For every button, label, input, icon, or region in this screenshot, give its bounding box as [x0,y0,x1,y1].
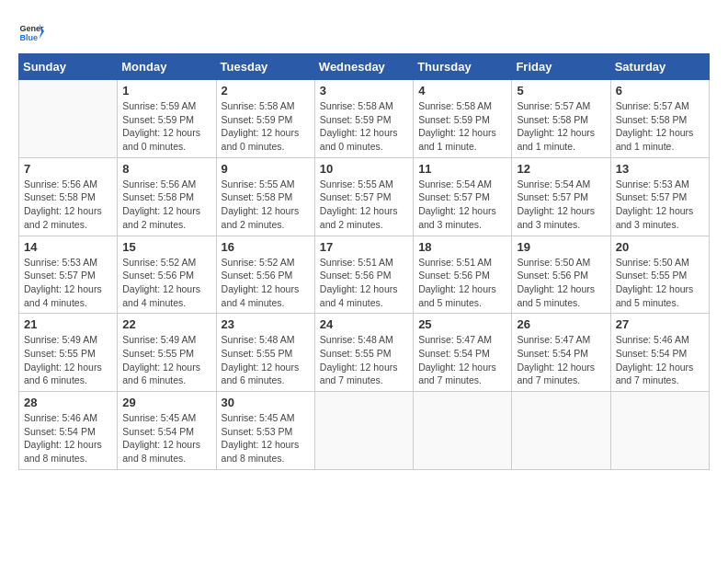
calendar-cell: 22Sunrise: 5:49 AM Sunset: 5:55 PM Dayli… [118,314,216,392]
page-header: General Blue [18,18,710,44]
day-number: 2 [222,84,310,98]
calendar-body: 1Sunrise: 5:59 AM Sunset: 5:59 PM Daylig… [19,80,710,470]
calendar-cell: 30Sunrise: 5:45 AM Sunset: 5:53 PM Dayli… [216,392,314,470]
day-number: 12 [517,162,605,176]
calendar-cell: 5Sunrise: 5:57 AM Sunset: 5:58 PM Daylig… [512,80,610,158]
logo: General Blue [18,18,48,44]
day-number: 24 [320,317,408,331]
day-info: Sunrise: 5:48 AM Sunset: 5:55 PM Dayligh… [222,333,310,387]
calendar-cell: 6Sunrise: 5:57 AM Sunset: 5:58 PM Daylig… [610,80,709,158]
day-info: Sunrise: 5:46 AM Sunset: 5:54 PM Dayligh… [24,411,112,465]
calendar-cell: 14Sunrise: 5:53 AM Sunset: 5:57 PM Dayli… [19,236,118,314]
day-number: 18 [418,240,506,254]
calendar-cell: 27Sunrise: 5:46 AM Sunset: 5:54 PM Dayli… [610,314,709,392]
day-number: 1 [122,84,210,98]
day-info: Sunrise: 5:55 AM Sunset: 5:57 PM Dayligh… [320,178,408,232]
day-number: 30 [222,396,310,409]
calendar-cell: 13Sunrise: 5:53 AM Sunset: 5:57 PM Dayli… [610,157,709,236]
calendar-cell: 23Sunrise: 5:48 AM Sunset: 5:55 PM Dayli… [216,314,314,392]
calendar-cell: 10Sunrise: 5:55 AM Sunset: 5:57 PM Dayli… [314,157,413,236]
svg-text:General: General [19,24,44,33]
day-number: 3 [320,84,408,98]
calendar-cell: 7Sunrise: 5:56 AM Sunset: 5:58 PM Daylig… [19,157,118,236]
calendar-cell [610,392,709,470]
day-info: Sunrise: 5:56 AM Sunset: 5:58 PM Dayligh… [122,178,210,232]
day-number: 19 [517,240,605,254]
day-info: Sunrise: 5:52 AM Sunset: 5:56 PM Dayligh… [122,256,210,310]
day-info: Sunrise: 5:53 AM Sunset: 5:57 PM Dayligh… [616,178,704,232]
day-info: Sunrise: 5:47 AM Sunset: 5:54 PM Dayligh… [517,333,605,387]
day-info: Sunrise: 5:58 AM Sunset: 5:59 PM Dayligh… [222,99,310,154]
day-number: 26 [517,317,605,331]
calendar-cell: 28Sunrise: 5:46 AM Sunset: 5:54 PM Dayli… [19,392,118,470]
day-info: Sunrise: 5:58 AM Sunset: 5:59 PM Dayligh… [418,99,506,154]
calendar-cell: 18Sunrise: 5:51 AM Sunset: 5:56 PM Dayli… [414,236,512,314]
day-number: 13 [616,162,704,176]
day-number: 8 [122,162,210,176]
calendar-header-row: SundayMondayTuesdayWednesdayThursdayFrid… [19,54,710,80]
day-number: 15 [122,240,210,254]
day-info: Sunrise: 5:46 AM Sunset: 5:54 PM Dayligh… [616,333,704,387]
day-info: Sunrise: 5:55 AM Sunset: 5:58 PM Dayligh… [222,178,310,232]
day-number: 7 [24,162,112,176]
calendar-table: SundayMondayTuesdayWednesdayThursdayFrid… [18,53,710,470]
day-info: Sunrise: 5:49 AM Sunset: 5:55 PM Dayligh… [24,333,112,387]
day-number: 5 [517,84,605,98]
day-number: 28 [24,396,112,409]
day-info: Sunrise: 5:50 AM Sunset: 5:56 PM Dayligh… [517,256,605,310]
calendar-header-friday: Friday [512,54,610,80]
day-info: Sunrise: 5:58 AM Sunset: 5:59 PM Dayligh… [320,99,408,154]
calendar-cell: 9Sunrise: 5:55 AM Sunset: 5:58 PM Daylig… [216,157,314,236]
day-info: Sunrise: 5:45 AM Sunset: 5:54 PM Dayligh… [122,411,210,465]
day-info: Sunrise: 5:51 AM Sunset: 5:56 PM Dayligh… [320,256,408,310]
day-info: Sunrise: 5:57 AM Sunset: 5:58 PM Dayligh… [616,99,704,154]
calendar-header-saturday: Saturday [610,54,709,80]
day-info: Sunrise: 5:52 AM Sunset: 5:56 PM Dayligh… [222,256,310,310]
calendar-week-row: 28Sunrise: 5:46 AM Sunset: 5:54 PM Dayli… [19,392,710,470]
calendar-cell: 19Sunrise: 5:50 AM Sunset: 5:56 PM Dayli… [512,236,610,314]
calendar-week-row: 1Sunrise: 5:59 AM Sunset: 5:59 PM Daylig… [19,80,710,158]
day-number: 20 [616,240,704,254]
calendar-cell: 21Sunrise: 5:49 AM Sunset: 5:55 PM Dayli… [19,314,118,392]
calendar-week-row: 21Sunrise: 5:49 AM Sunset: 5:55 PM Dayli… [19,314,710,392]
svg-text:Blue: Blue [19,33,38,42]
calendar-cell: 26Sunrise: 5:47 AM Sunset: 5:54 PM Dayli… [512,314,610,392]
calendar-cell [414,392,512,470]
day-info: Sunrise: 5:47 AM Sunset: 5:54 PM Dayligh… [418,333,506,387]
calendar-header-wednesday: Wednesday [314,54,413,80]
day-number: 6 [616,84,704,98]
day-number: 11 [418,162,506,176]
day-info: Sunrise: 5:54 AM Sunset: 5:57 PM Dayligh… [517,178,605,232]
day-number: 16 [222,240,310,254]
calendar-header-sunday: Sunday [19,54,118,80]
calendar-cell [314,392,413,470]
day-number: 23 [222,317,310,331]
calendar-cell: 24Sunrise: 5:48 AM Sunset: 5:55 PM Dayli… [314,314,413,392]
day-number: 10 [320,162,408,176]
calendar-cell: 4Sunrise: 5:58 AM Sunset: 5:59 PM Daylig… [414,80,512,158]
day-info: Sunrise: 5:54 AM Sunset: 5:57 PM Dayligh… [418,178,506,232]
calendar-cell [19,80,118,158]
logo-icon: General Blue [18,18,44,44]
calendar-header-tuesday: Tuesday [216,54,314,80]
day-info: Sunrise: 5:50 AM Sunset: 5:55 PM Dayligh… [616,256,704,310]
day-info: Sunrise: 5:53 AM Sunset: 5:57 PM Dayligh… [24,256,112,310]
calendar-cell: 2Sunrise: 5:58 AM Sunset: 5:59 PM Daylig… [216,80,314,158]
day-info: Sunrise: 5:57 AM Sunset: 5:58 PM Dayligh… [517,99,605,154]
day-info: Sunrise: 5:59 AM Sunset: 5:59 PM Dayligh… [122,99,210,154]
calendar-cell: 11Sunrise: 5:54 AM Sunset: 5:57 PM Dayli… [414,157,512,236]
calendar-header-thursday: Thursday [414,54,512,80]
calendar-cell: 16Sunrise: 5:52 AM Sunset: 5:56 PM Dayli… [216,236,314,314]
day-number: 22 [122,317,210,331]
calendar-cell: 20Sunrise: 5:50 AM Sunset: 5:55 PM Dayli… [610,236,709,314]
day-number: 21 [24,317,112,331]
day-info: Sunrise: 5:56 AM Sunset: 5:58 PM Dayligh… [24,178,112,232]
day-number: 14 [24,240,112,254]
calendar-week-row: 14Sunrise: 5:53 AM Sunset: 5:57 PM Dayli… [19,236,710,314]
calendar-cell: 8Sunrise: 5:56 AM Sunset: 5:58 PM Daylig… [118,157,216,236]
calendar-cell [512,392,610,470]
day-info: Sunrise: 5:49 AM Sunset: 5:55 PM Dayligh… [122,333,210,387]
day-number: 27 [616,317,704,331]
calendar-cell: 29Sunrise: 5:45 AM Sunset: 5:54 PM Dayli… [118,392,216,470]
calendar-week-row: 7Sunrise: 5:56 AM Sunset: 5:58 PM Daylig… [19,157,710,236]
